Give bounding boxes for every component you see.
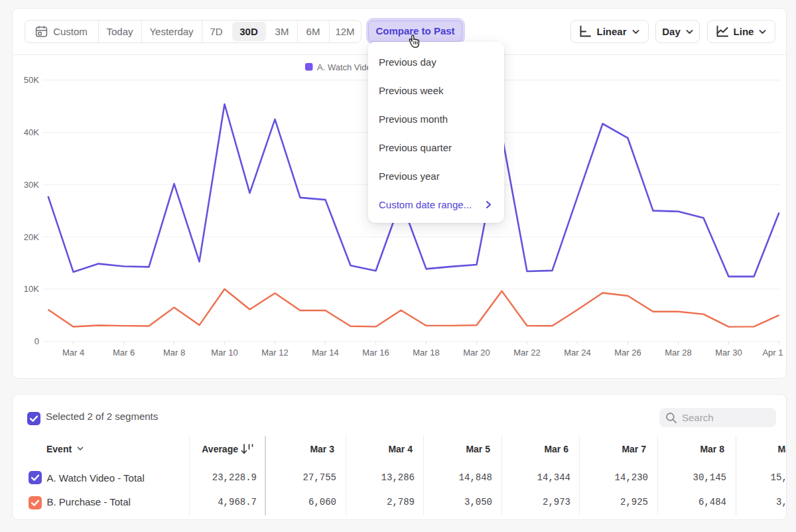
svg-text:50K: 50K bbox=[24, 75, 39, 85]
svg-text:Mar 28: Mar 28 bbox=[665, 348, 691, 358]
svg-text:0: 0 bbox=[34, 336, 39, 346]
svg-text:40K: 40K bbox=[24, 127, 39, 137]
svg-text:Mar 26: Mar 26 bbox=[614, 348, 641, 358]
svg-text:Mar 20: Mar 20 bbox=[463, 348, 490, 358]
svg-text:Mar 8: Mar 8 bbox=[163, 348, 185, 358]
svg-text:Mar 24: Mar 24 bbox=[564, 348, 590, 358]
svg-text:Mar 16: Mar 16 bbox=[362, 348, 389, 358]
svg-text:30K: 30K bbox=[24, 180, 39, 190]
svg-text:Mar 4: Mar 4 bbox=[62, 348, 84, 358]
svg-text:Mar 22: Mar 22 bbox=[513, 348, 540, 358]
svg-text:Mar 12: Mar 12 bbox=[261, 348, 288, 358]
svg-text:Mar 6: Mar 6 bbox=[113, 348, 135, 358]
svg-text:Mar 10: Mar 10 bbox=[211, 348, 237, 358]
svg-text:Mar 30: Mar 30 bbox=[715, 348, 742, 358]
svg-text:20K: 20K bbox=[24, 232, 39, 242]
svg-text:Mar 14: Mar 14 bbox=[312, 348, 338, 358]
svg-text:10K: 10K bbox=[24, 284, 39, 294]
svg-text:Mar 18: Mar 18 bbox=[413, 348, 439, 358]
svg-text:Apr 1: Apr 1 bbox=[762, 348, 783, 358]
